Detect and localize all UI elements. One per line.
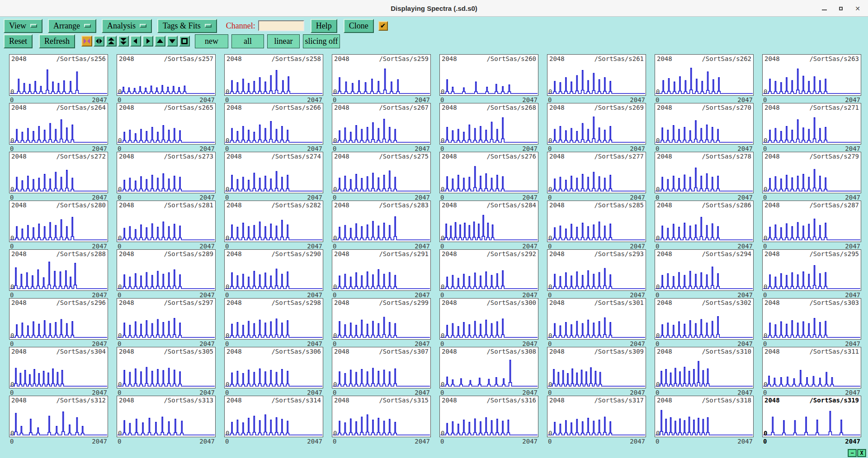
spectrum-plot[interactable]: 2048/SortSas/s2770 <box>547 152 646 193</box>
spectrum-plot[interactable]: 2048/SortSas/s2670 <box>332 103 431 145</box>
spectrum-plot[interactable]: 2048/SortSas/s2600 <box>439 54 538 96</box>
spectrum-plot[interactable]: 2048/SortSas/s3040 <box>9 347 108 388</box>
spectrum-plot[interactable]: 2048/SortSas/s3020 <box>655 298 754 340</box>
spectrum-plot[interactable]: 2048/SortSas/s2570 <box>117 54 216 96</box>
spectrum-name-label: /SortSas/s265 <box>164 104 213 111</box>
spectrum-plot[interactable]: 2048/SortSas/s2980 <box>224 298 323 340</box>
y-min-label: 0 <box>764 332 767 339</box>
spectrum-plot[interactable]: 2048/SortSas/s2580 <box>224 54 323 96</box>
spectrum-plot[interactable]: 2048/SortSas/s3000 <box>439 298 538 340</box>
spectrum-plot[interactable]: 2048/SortSas/s2750 <box>332 152 431 193</box>
spectrum-plot[interactable]: 2048/SortSas/s2780 <box>655 152 754 193</box>
spectrum-plot[interactable]: 2048/SortSas/s3050 <box>117 347 216 388</box>
window-minimize-button[interactable] <box>821 5 827 12</box>
spectrum-plot[interactable]: 2048/SortSas/s3110 <box>762 347 861 388</box>
spectrum-plot[interactable]: 2048/SortSas/s2760 <box>439 152 538 193</box>
x-min-label: 0 <box>763 340 767 347</box>
spectrum-plot[interactable]: 2048/SortSas/s3010 <box>547 298 646 340</box>
x-min-label: 0 <box>10 243 14 249</box>
x-min-label: 0 <box>333 243 336 249</box>
spectrum-plot[interactable]: 2048/SortSas/s2840 <box>439 201 538 242</box>
spectrum-plot[interactable]: 2048/SortSas/s2920 <box>439 249 538 291</box>
spectrum-plot[interactable]: 2048/SortSas/s2560 <box>9 54 108 96</box>
y-max-label: 2048 <box>442 250 457 257</box>
spectrum-plot[interactable]: 2048/SortSas/s3180 <box>655 396 754 437</box>
x-axis-labels: 02047 <box>439 242 538 249</box>
spectrum-plot[interactable]: 2048/SortSas/s3080 <box>439 347 538 388</box>
spectrum-plot[interactable]: 2048/SortSas/s2940 <box>655 249 754 291</box>
spectrum-cell: 2048/SortSas/s301002047 <box>547 298 646 347</box>
spectrum-plot[interactable]: 2048/SortSas/s3100 <box>655 347 754 388</box>
spectrum-cell: 2048/SortSas/s267002047 <box>332 103 431 152</box>
spectrum-plot[interactable]: 2048/SortSas/s2650 <box>117 103 216 145</box>
spectrum-plot[interactable]: 2048/SortSas/s2850 <box>547 201 646 242</box>
spectrum-cell: 2048/SortSas/s306002047 <box>224 347 323 396</box>
window-maximize-button[interactable] <box>838 5 844 12</box>
spectrum-plot[interactable]: 2048/SortSas/s3070 <box>332 347 431 388</box>
spectrum-plot[interactable]: 2048/SortSas/s3150 <box>332 396 431 437</box>
x-min-label: 0 <box>763 96 767 103</box>
spectrum-cell: 2048/SortSas/s312002047 <box>9 396 108 444</box>
spectrum-plot[interactable]: 2048/SortSas/s2740 <box>224 152 323 193</box>
spectrum-plot[interactable]: 2048/SortSas/s2950 <box>762 249 861 291</box>
spectrum-plot[interactable]: 2048/SortSas/s2610 <box>547 54 646 96</box>
spectrum-plot[interactable]: 2048/SortSas/s2870 <box>762 201 861 242</box>
spectrum-plot[interactable]: 2048/SortSas/s2590 <box>332 54 431 96</box>
spectrum-plot[interactable]: 2048/SortSas/s2630 <box>762 54 861 96</box>
spectrum-plot[interactable]: 2048/SortSas/s2900 <box>224 249 323 291</box>
spectrum-plot[interactable]: 2048/SortSas/s3140 <box>224 396 323 437</box>
y-min-label: 0 <box>118 332 122 339</box>
spectrum-cell: 2048/SortSas/s272002047 <box>9 152 108 201</box>
y-min-label: 0 <box>226 283 229 290</box>
spectrum-plot[interactable]: 2048/SortSas/s2640 <box>9 103 108 145</box>
mini-close-button[interactable]: X <box>858 449 866 457</box>
spectrum-plot[interactable]: 2048/SortSas/s2930 <box>547 249 646 291</box>
spectrum-plot[interactable]: 2048/SortSas/s3120 <box>9 396 108 437</box>
y-max-label: 2048 <box>226 250 242 257</box>
x-min-label: 0 <box>763 145 767 152</box>
y-max-label: 2048 <box>442 153 457 160</box>
y-max-label: 2048 <box>549 55 565 62</box>
spectrum-plot[interactable]: 2048/SortSas/s2660 <box>224 103 323 145</box>
y-max-label: 2048 <box>764 250 780 257</box>
x-axis-labels: 02047 <box>439 291 538 298</box>
spectrum-plot[interactable]: 2048/SortSas/s2910 <box>332 249 431 291</box>
spectrum-plot[interactable]: 2048/SortSas/s2710 <box>762 103 861 145</box>
spectrum-plot[interactable]: 2048/SortSas/s3060 <box>224 347 323 388</box>
spectrum-plot[interactable]: 2048/SortSas/s2960 <box>9 298 108 340</box>
spectrum-plot[interactable]: 2048/SortSas/s3030 <box>762 298 861 340</box>
x-axis-labels: 02047 <box>762 437 861 444</box>
spectrum-plot[interactable]: 2048/SortSas/s2730 <box>117 152 216 193</box>
spectrum-plot[interactable]: 2048/SortSas/s2620 <box>655 54 754 96</box>
x-axis-labels: 02047 <box>655 96 754 103</box>
spectrum-plot[interactable]: 2048/SortSas/s2860 <box>655 201 754 242</box>
x-min-label: 0 <box>440 145 444 152</box>
spectrum-plot[interactable]: 2048/SortSas/s3090 <box>547 347 646 388</box>
spectrum-plot[interactable]: 2048/SortSas/s2810 <box>117 201 216 242</box>
spectrum-plot[interactable]: 2048/SortSas/s3190 <box>762 396 861 437</box>
spectrum-plot[interactable]: 2048/SortSas/s2970 <box>117 298 216 340</box>
spectrum-plot[interactable]: 2048/SortSas/s2990 <box>332 298 431 340</box>
window-close-button[interactable]: ✕ <box>854 5 861 12</box>
spectrum-plot[interactable]: 2048/SortSas/s2890 <box>117 249 216 291</box>
x-min-label: 0 <box>763 438 767 444</box>
spectrum-plot[interactable]: 2048/SortSas/s3170 <box>547 396 646 437</box>
spectrum-name-label: /SortSas/s274 <box>271 153 321 160</box>
window-titlebar: Displaying Spectra (.sd.s0) ✕ <box>0 0 868 17</box>
mini-minimize-button[interactable]: − <box>848 449 856 457</box>
spectrum-plot[interactable]: 2048/SortSas/s3160 <box>439 396 538 437</box>
spectrum-plot[interactable]: 2048/SortSas/s2680 <box>439 103 538 145</box>
spectrum-plot[interactable]: 2048/SortSas/s2820 <box>224 201 323 242</box>
spectrum-plot[interactable]: 2048/SortSas/s2720 <box>9 152 108 193</box>
x-max-label: 2047 <box>92 145 107 152</box>
spectrum-plot[interactable]: 2048/SortSas/s2690 <box>547 103 646 145</box>
spectrum-plot[interactable]: 2048/SortSas/s2790 <box>762 152 861 193</box>
spectrum-name-label: /SortSas/s262 <box>702 55 751 62</box>
y-min-label: 0 <box>441 88 444 95</box>
spectrum-plot[interactable]: 2048/SortSas/s2700 <box>655 103 754 145</box>
spectrum-plot[interactable]: 2048/SortSas/s2880 <box>9 249 108 291</box>
spectrum-plot[interactable]: 2048/SortSas/s2800 <box>9 201 108 242</box>
spectrum-plot[interactable]: 2048/SortSas/s2830 <box>332 201 431 242</box>
spectrum-name-label: /SortSas/s273 <box>164 153 213 160</box>
spectrum-plot[interactable]: 2048/SortSas/s3130 <box>117 396 216 437</box>
